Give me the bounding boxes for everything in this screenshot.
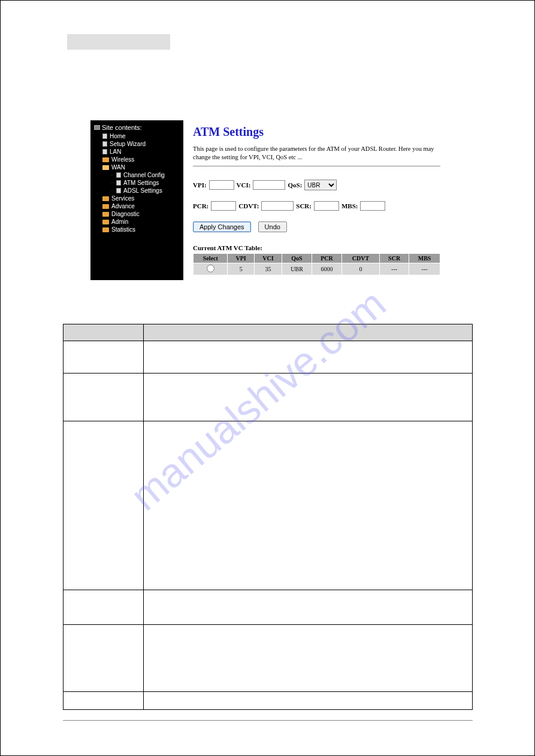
- td-cdvt: 0: [341, 263, 379, 275]
- fields-td: [144, 692, 473, 710]
- file-icon: [116, 180, 121, 186]
- vpi-input[interactable]: [209, 180, 234, 190]
- fields-td: [64, 692, 144, 710]
- folder-icon: [102, 227, 109, 232]
- th-cdvt: CDVT: [341, 254, 379, 263]
- fields-td: [144, 374, 473, 421]
- content-panel: ATM Settings This page is used to config…: [183, 120, 450, 280]
- mbs-input[interactable]: [360, 201, 385, 211]
- tree-line: ┈: [111, 188, 114, 193]
- sidebar-item-home[interactable]: Home: [92, 132, 182, 140]
- td-scr: ---: [380, 263, 409, 275]
- sidebar-item-services[interactable]: Services: [92, 195, 182, 202]
- button-row: Apply Changes Undo: [193, 221, 440, 232]
- th-qos: QoS: [282, 254, 312, 263]
- vpi-label: VPI:: [193, 181, 207, 189]
- sidebar-item-setup-wizard[interactable]: Setup Wizard: [92, 140, 182, 148]
- tree-line: ┈: [111, 180, 114, 186]
- sidebar-item-lan[interactable]: LAN: [92, 148, 182, 156]
- page-title: ATM Settings: [193, 125, 440, 139]
- sidebar-title: Site contents:: [92, 123, 182, 132]
- undo-button[interactable]: Undo: [258, 221, 287, 232]
- fields-td: [64, 590, 144, 625]
- cabinet-icon: [94, 125, 100, 130]
- fields-td: [144, 590, 473, 625]
- sidebar-item-label: Home: [110, 133, 126, 139]
- pcr-label: PCR:: [193, 202, 208, 210]
- form-row-2: PCR: CDVT: SCR: MBS:: [193, 201, 440, 211]
- table-row: 5 35 UBR 6000 0 --- ---: [194, 263, 440, 275]
- fields-td: [64, 374, 144, 421]
- fields-td: [64, 421, 144, 590]
- cdvt-input[interactable]: [261, 201, 294, 211]
- separator: [193, 166, 440, 166]
- td-pcr: 6000: [312, 263, 342, 275]
- scr-input[interactable]: [314, 201, 339, 211]
- folder-icon: [102, 212, 109, 217]
- fields-td: [144, 341, 473, 374]
- apply-changes-button[interactable]: Apply Changes: [193, 221, 251, 232]
- th-pcr: PCR: [312, 254, 342, 263]
- sidebar-item-admin[interactable]: Admin: [92, 218, 182, 226]
- sidebar: Site contents: Home Setup Wizard LAN Wir…: [90, 120, 183, 280]
- sidebar-item-label: LAN: [110, 148, 121, 155]
- sidebar-item-advance[interactable]: Advance: [92, 202, 182, 210]
- form-row-1: VPI: VCI: QoS: UBR: [193, 180, 440, 190]
- page-description: This page is used to configure the param…: [193, 145, 440, 161]
- sidebar-item-label: Diagnostic: [111, 211, 140, 217]
- th-mbs: MBS: [409, 254, 440, 263]
- sidebar-subitem-channel-config[interactable]: ┈ Channel Config: [92, 171, 182, 179]
- sidebar-item-label: Services: [111, 195, 134, 202]
- mbs-label: MBS:: [341, 202, 358, 210]
- sidebar-item-label: Setup Wizard: [110, 141, 146, 147]
- fields-th-1: [144, 324, 473, 341]
- sidebar-item-label: WAN: [111, 164, 125, 171]
- folder-open-icon: [102, 165, 109, 170]
- sidebar-item-label: Admin: [111, 218, 128, 225]
- td-mbs: ---: [409, 263, 440, 275]
- fields-td: [144, 625, 473, 692]
- pcr-input[interactable]: [211, 201, 236, 211]
- sidebar-subitem-adsl-settings[interactable]: ┈ ADSL Settings: [92, 187, 182, 195]
- fields-td: [64, 625, 144, 692]
- file-icon: [116, 172, 121, 178]
- th-vci: VCI: [254, 254, 282, 263]
- qos-select[interactable]: UBR: [304, 180, 337, 190]
- td-qos: UBR: [282, 263, 312, 275]
- sidebar-subitem-atm-settings[interactable]: ┈ ATM Settings: [92, 179, 182, 187]
- sidebar-item-label: Advance: [111, 203, 135, 210]
- sidebar-item-diagnostic[interactable]: Diagnostic: [92, 210, 182, 218]
- router-admin-screenshot: Site contents: Home Setup Wizard LAN Wir…: [90, 120, 450, 280]
- th-select: Select: [194, 254, 228, 263]
- sidebar-item-statistics[interactable]: Statistics: [92, 226, 182, 233]
- table-header-row: Select VPI VCI QoS PCR CDVT SCR MBS: [194, 254, 440, 263]
- atm-vc-table: Select VPI VCI QoS PCR CDVT SCR MBS 5 35…: [193, 253, 440, 275]
- tree-line: ┈: [111, 172, 114, 178]
- vci-input[interactable]: [253, 180, 285, 190]
- file-icon: [102, 133, 107, 139]
- sidebar-item-label: Wireless: [111, 156, 134, 163]
- row-select-radio[interactable]: [207, 265, 214, 272]
- footer-separator: [63, 720, 473, 721]
- th-vpi: VPI: [228, 254, 254, 263]
- sidebar-item-wireless[interactable]: Wireless: [92, 156, 182, 163]
- sidebar-item-wan[interactable]: WAN: [92, 163, 182, 171]
- vci-label: VCI:: [237, 181, 251, 189]
- folder-icon: [102, 220, 109, 224]
- sidebar-subitem-label: ADSL Settings: [123, 187, 162, 194]
- sidebar-subitem-label: Channel Config: [123, 172, 165, 178]
- fields-description-table: [63, 324, 473, 710]
- file-icon: [116, 188, 121, 193]
- sidebar-item-label: Statistics: [111, 226, 135, 233]
- header-gray-box: [67, 34, 170, 50]
- td-vci: 35: [254, 263, 282, 275]
- file-icon: [102, 141, 107, 147]
- folder-icon: [102, 196, 109, 201]
- fields-td: [64, 341, 144, 374]
- sidebar-subitem-label: ATM Settings: [123, 180, 159, 186]
- folder-icon: [102, 157, 109, 162]
- td-select: [194, 263, 228, 275]
- table-caption: Current ATM VC Table:: [193, 244, 440, 251]
- file-icon: [102, 149, 107, 154]
- td-vpi: 5: [228, 263, 254, 275]
